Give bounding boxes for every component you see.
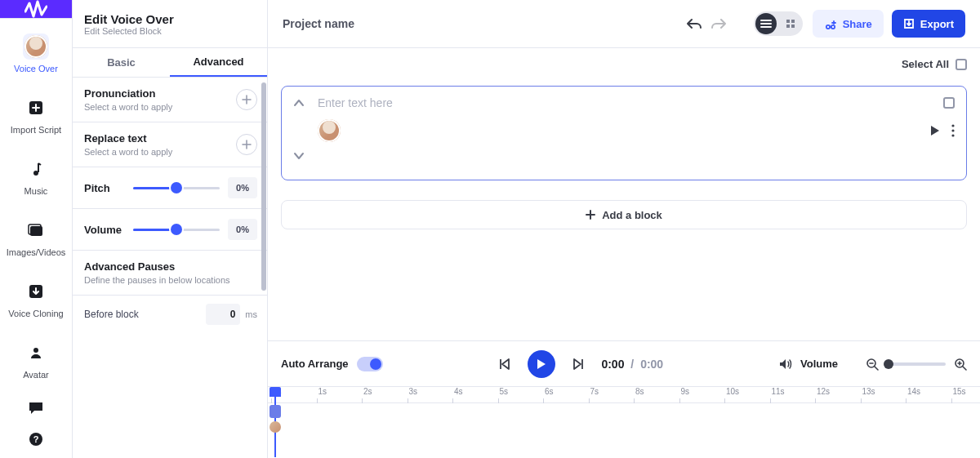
- pronunciation-add-button[interactable]: [236, 89, 257, 110]
- replace-add-button[interactable]: [236, 134, 257, 155]
- workspace: Select All Enter text here: [268, 48, 980, 340]
- panel-scrollbar[interactable]: [261, 78, 267, 458]
- pitch-label: Pitch: [84, 182, 125, 194]
- nav-label: Music: [24, 186, 48, 196]
- add-block-button[interactable]: Add a block: [281, 200, 967, 229]
- play-button[interactable]: [528, 350, 555, 378]
- svg-point-5: [33, 348, 38, 353]
- timeline-tick: 10s: [726, 387, 739, 396]
- replace-title: Replace text: [84, 132, 236, 145]
- timeline-tick: 5s: [500, 387, 509, 396]
- view-mode-list-icon: [755, 13, 777, 34]
- plus-icon: [586, 210, 595, 220]
- svg-point-15: [951, 129, 954, 131]
- chat-icon[interactable]: [28, 401, 44, 416]
- pause-before-unit: ms: [245, 309, 257, 319]
- volume-slider[interactable]: [133, 229, 220, 231]
- time-current: 0:00: [601, 358, 624, 371]
- image-stack-icon: [28, 224, 44, 237]
- nav-import-script[interactable]: Import Script: [11, 95, 61, 135]
- tab-basic[interactable]: Basic: [73, 48, 170, 77]
- skip-back-button[interactable]: [498, 358, 511, 371]
- volume-label: Volume: [84, 224, 125, 236]
- undo-button[interactable]: [687, 18, 702, 29]
- top-bar: Project name Share Export: [268, 0, 980, 48]
- timeline[interactable]: 0s1s2s3s4s5s6s7s8s9s10s11s12s13s14s15s16…: [268, 387, 980, 458]
- nav-images-videos[interactable]: Images/Videos: [7, 217, 66, 257]
- timeline-tick: 11s: [772, 387, 785, 396]
- pause-before-label: Before block: [84, 309, 206, 320]
- svg-point-14: [951, 124, 954, 127]
- timeline-tick: 4s: [454, 387, 463, 396]
- zoom-slider[interactable]: [887, 362, 946, 366]
- auto-arrange-toggle[interactable]: [357, 357, 383, 371]
- zoom-in-button[interactable]: [954, 358, 967, 371]
- export-label: Export: [920, 18, 954, 30]
- svg-rect-11: [791, 24, 795, 28]
- timeline-tick: 15s: [953, 387, 966, 396]
- select-all-label: Select All: [902, 58, 949, 70]
- canvas-area: Project name Share Export Select All: [268, 0, 980, 458]
- nav-music[interactable]: Music: [23, 156, 49, 196]
- play-icon: [537, 358, 546, 370]
- panel-header: Edit Voice Over Edit Selected Block: [73, 0, 267, 48]
- export-button[interactable]: Export: [892, 10, 965, 38]
- play-block-button[interactable]: [930, 125, 940, 136]
- help-icon[interactable]: ?: [29, 432, 43, 447]
- chevron-down-icon[interactable]: [293, 152, 305, 160]
- pause-before-value[interactable]: 0: [206, 304, 240, 325]
- svg-point-1: [33, 171, 38, 176]
- nav-label: Avatar: [23, 370, 49, 380]
- svg-rect-8: [786, 20, 790, 23]
- timeline-tick: 3s: [409, 387, 418, 396]
- section-replace-text: Replace text Select a word to apply: [73, 122, 267, 167]
- svg-point-16: [951, 134, 954, 136]
- brand-logo[interactable]: [0, 0, 72, 19]
- volume-value: 0%: [228, 219, 257, 240]
- svg-rect-10: [786, 24, 790, 28]
- plus-icon: [242, 140, 252, 149]
- pronunciation-sub: Select a word to apply: [84, 102, 236, 112]
- block-menu-button[interactable]: [951, 124, 955, 137]
- volume-icon: [779, 358, 792, 370]
- timeline-track-preview: [270, 405, 281, 433]
- timeline-clip[interactable]: [270, 405, 281, 418]
- select-all[interactable]: Select All: [902, 58, 967, 70]
- share-icon: [824, 18, 837, 29]
- plus-icon: [242, 95, 252, 104]
- pause-before-block: Before block 0 ms: [73, 296, 267, 333]
- zoom-out-button[interactable]: [866, 358, 879, 371]
- voice-block[interactable]: Enter text here: [281, 86, 967, 180]
- pitch-slider[interactable]: [133, 187, 220, 189]
- block-speaker-avatar[interactable]: [318, 119, 341, 142]
- project-name-input[interactable]: Project name: [283, 17, 687, 30]
- select-all-checkbox[interactable]: [956, 59, 967, 70]
- view-mode-toggle[interactable]: [754, 11, 803, 36]
- time-total: 0:00: [640, 358, 663, 371]
- share-button[interactable]: Share: [813, 10, 884, 38]
- panel-title: Edit Voice Over: [84, 12, 256, 26]
- nav-voice-over[interactable]: Voice Over: [14, 33, 58, 73]
- chevron-up-icon[interactable]: [293, 99, 305, 107]
- svg-rect-9: [791, 20, 795, 23]
- avatar-icon: [24, 35, 47, 58]
- volume-text-label: Volume: [800, 358, 838, 370]
- person-icon: [29, 346, 42, 359]
- nav-avatar[interactable]: Avatar: [23, 340, 49, 380]
- timeline-tick: 7s: [590, 387, 599, 396]
- timeline-tick: 13s: [862, 387, 875, 396]
- export-icon: [903, 18, 915, 29]
- redo-button[interactable]: [711, 18, 726, 29]
- tab-advanced[interactable]: Advanced: [170, 48, 267, 77]
- nav-rail: Voice Over Import Script Music Images/Vi…: [0, 0, 72, 458]
- block-text-input[interactable]: Enter text here: [318, 96, 930, 109]
- timeline-tick: 6s: [545, 387, 554, 396]
- skip-forward-button[interactable]: [572, 358, 585, 371]
- timeline-speaker-icon: [270, 421, 281, 433]
- section-pitch: Pitch 0%: [73, 167, 267, 209]
- share-label: Share: [843, 18, 872, 30]
- block-checkbox[interactable]: [943, 97, 955, 109]
- timeline-tick: 8s: [635, 387, 644, 396]
- edit-panel: Edit Voice Over Edit Selected Block Basi…: [72, 0, 268, 458]
- nav-voice-cloning[interactable]: Voice Cloning: [8, 278, 63, 318]
